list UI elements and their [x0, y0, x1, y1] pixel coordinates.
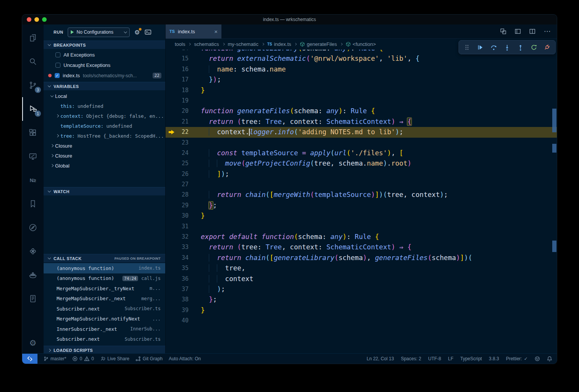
code-line-22[interactable]: 22 context.logger.info('adding NOTES.md …: [166, 127, 557, 137]
code-line-29[interactable]: 29 };: [166, 200, 557, 211]
problems-item[interactable]: 0 0: [72, 356, 94, 361]
remote-indicator[interactable]: [22, 354, 37, 364]
variable-row[interactable]: Closure: [44, 151, 165, 161]
notifications-item[interactable]: [547, 356, 552, 361]
breakpoint-index-ts[interactable]: ✓ index.ts tools/schematics/my-sch... 22: [44, 70, 165, 81]
code-line-39[interactable]: 39}: [166, 305, 557, 316]
prettier-item[interactable]: Prettier: ✓: [506, 356, 528, 361]
code-line-27[interactable]: 27: [166, 179, 557, 190]
breadcrumb-item[interactable]: <function>: [346, 41, 376, 47]
checkbox-unchecked[interactable]: [55, 52, 60, 57]
breadcrumb-item[interactable]: TSindex.ts: [267, 41, 291, 47]
breakpoints-section-header[interactable]: BREAKPOINTS: [44, 41, 165, 49]
breakpoint-all-exceptions[interactable]: All Exceptions: [44, 50, 165, 60]
breadcrumb-item[interactable]: my-schematic: [228, 41, 259, 47]
variable-row[interactable]: Local: [44, 91, 165, 101]
code-line-19[interactable]: 19: [166, 96, 557, 106]
sidebar-item-settings[interactable]: ⚙: [22, 332, 44, 353]
zoom-window-button[interactable]: [42, 17, 47, 22]
code-line-31[interactable]: 31: [166, 221, 557, 232]
variable-row[interactable]: Closure: [44, 141, 165, 151]
code-line-38[interactable]: 38 };: [166, 294, 557, 305]
callstack-frame-5[interactable]: MergeMapSubscriber.notifyNext...: [44, 314, 165, 324]
code-line-30[interactable]: 30}: [166, 211, 557, 221]
callstack-frame-4[interactable]: Subscriber.nextSubscriber.ts: [44, 304, 165, 314]
code-line-40[interactable]: 40: [166, 316, 557, 326]
indentation-item[interactable]: Spaces: 2: [401, 356, 421, 361]
split-editor-button[interactable]: [529, 28, 535, 34]
live-share-item[interactable]: Live Share: [100, 356, 129, 361]
code-line-34[interactable]: 34 return chain([generateLibrary(schema)…: [166, 253, 557, 263]
minimize-window-button[interactable]: [34, 17, 39, 22]
variable-row[interactable]: templateSource:undefined: [44, 121, 165, 131]
sidebar-item-browser-preview[interactable]: [22, 216, 44, 239]
close-window-button[interactable]: [27, 17, 31, 22]
feedback-item[interactable]: [535, 356, 540, 361]
step-over-button[interactable]: [488, 42, 499, 53]
sidebar-item-bookmarks[interactable]: [22, 192, 44, 216]
more-actions-button[interactable]: ⋯: [544, 28, 551, 35]
code-line-37[interactable]: 37 );: [166, 284, 557, 294]
start-debug-icon[interactable]: [71, 30, 74, 34]
checkbox-checked[interactable]: ✓: [55, 73, 60, 78]
code-line-23[interactable]: 23: [166, 138, 557, 148]
code-line-25[interactable]: 25 move(getProjectConfig(tree, schema.na…: [166, 158, 557, 169]
code-line-32[interactable]: 32export default function(schema: any): …: [166, 232, 557, 242]
sidebar-item-search[interactable]: [22, 50, 44, 73]
sidebar-item-flower-extension[interactable]: [22, 239, 44, 263]
code-line-26[interactable]: 26 ]);: [166, 169, 557, 179]
step-into-button[interactable]: [502, 42, 512, 53]
tab-index-ts[interactable]: TS index.ts ×: [166, 24, 221, 39]
variable-row[interactable]: tree:HostTree {_backend: ScopedH...: [44, 131, 165, 141]
launch-config-dropdown[interactable]: No Configurations: [68, 28, 130, 37]
restart-button[interactable]: [529, 42, 539, 53]
sidebar-item-nx-console[interactable]: N≥: [22, 168, 44, 192]
encoding-item[interactable]: UTF-8: [428, 356, 441, 361]
sidebar-item-remote-explorer[interactable]: [22, 145, 44, 168]
breadcrumb-item[interactable]: tools: [175, 41, 185, 47]
checkbox-unchecked[interactable]: [55, 63, 60, 68]
code-viewport[interactable]: 14function generateLibrary(schema: any):…: [166, 50, 557, 353]
step-out-button[interactable]: [515, 42, 526, 53]
git-branch-item[interactable]: master*: [44, 356, 66, 361]
watch-section-header[interactable]: WATCH: [44, 187, 165, 195]
variables-section-header[interactable]: VARIABLES: [44, 82, 165, 90]
sidebar-item-explorer[interactable]: [22, 26, 44, 50]
configure-launch-button[interactable]: ⚙: [134, 29, 140, 36]
continue-button[interactable]: [475, 42, 486, 53]
disconnect-button[interactable]: [542, 42, 552, 53]
loaded-scripts-section-header[interactable]: LOADED SCRIPTS: [44, 346, 165, 353]
auto-attach-item[interactable]: Auto Attach: On: [169, 356, 201, 361]
code-line-21[interactable]: 21 return (tree: Tree, context: Schemati…: [166, 117, 557, 127]
callstack-frame-7[interactable]: Subscriber.nextSubscriber.ts: [44, 334, 165, 345]
variable-row[interactable]: context:Object {debug: false, en...: [44, 111, 165, 121]
sidebar-item-extensions[interactable]: [22, 121, 44, 145]
code-line-24[interactable]: 24 const templateSource = apply(url('./f…: [166, 148, 557, 158]
debug-console-button[interactable]: [145, 29, 151, 36]
debug-toolbar-drag-handle[interactable]: [462, 42, 472, 53]
code-line-18[interactable]: 18}: [166, 85, 557, 96]
sidebar-item-docker[interactable]: [22, 263, 44, 287]
code-line-16[interactable]: 16 name: schema.name: [166, 64, 557, 75]
breadcrumb-item[interactable]: generateFiles: [300, 41, 337, 47]
sidebar-item-run-and-debug[interactable]: 1: [22, 97, 44, 121]
variable-row[interactable]: this:undefined: [44, 101, 165, 111]
callstack-frame-0[interactable]: (anonymous function)index.ts: [44, 263, 165, 273]
sidebar-item-source-control[interactable]: 3: [22, 73, 44, 97]
call-stack-section-header[interactable]: CALL STACK PAUSED ON BREAKPOINT: [44, 254, 165, 262]
code-line-20[interactable]: 20function generateFiles(schema: any): R…: [166, 106, 557, 116]
callstack-frame-2[interactable]: MergeMapSubscriber._tryNextm...: [44, 283, 165, 294]
typescript-version-item[interactable]: 3.8.3: [489, 356, 499, 361]
variable-row[interactable]: Global: [44, 161, 165, 171]
cursor-position[interactable]: Ln 22, Col 13: [367, 356, 394, 361]
code-line-33[interactable]: 33 return (tree: Tree, context: Schemati…: [166, 242, 557, 252]
breadcrumb-item[interactable]: schematics: [194, 41, 219, 47]
language-mode-item[interactable]: TypeScript: [460, 356, 482, 361]
callstack-frame-3[interactable]: MergeMapSubscriber._nextmerg...: [44, 294, 165, 304]
code-line-28[interactable]: 28 return chain([mergeWith(templateSourc…: [166, 190, 557, 200]
open-changes-button[interactable]: [500, 28, 506, 34]
callstack-frame-6[interactable]: InnerSubscriber._nextInnerSub...: [44, 324, 165, 334]
sidebar-item-notebook[interactable]: [22, 287, 44, 311]
code-line-17[interactable]: 17 });: [166, 75, 557, 85]
code-line-15[interactable]: 15 return externalSchematic('@nrwl/works…: [166, 54, 557, 64]
